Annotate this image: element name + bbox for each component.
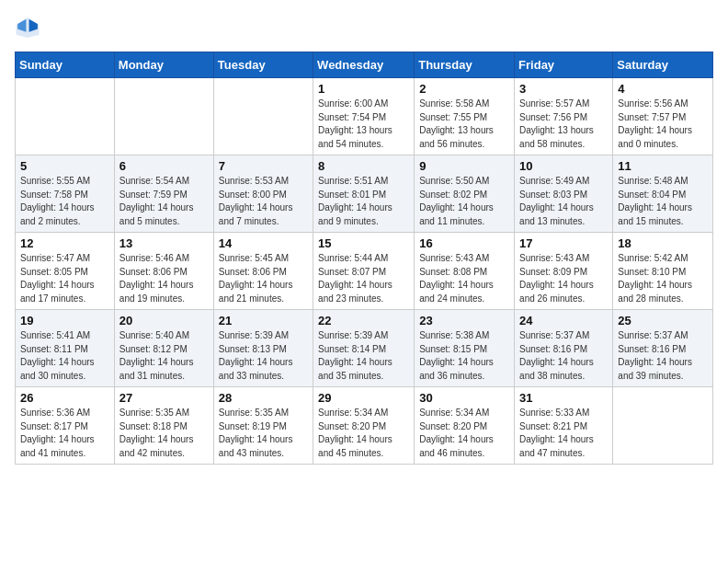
day-info: Sunrise: 5:53 AM Sunset: 8:00 PM Dayligh… [219,175,308,228]
calendar-cell: 6Sunrise: 5:54 AM Sunset: 7:59 PM Daylig… [114,155,213,233]
day-header-thursday: Thursday [415,52,515,78]
calendar-cell: 27Sunrise: 5:35 AM Sunset: 8:18 PM Dayli… [114,387,213,465]
calendar-header-row: SundayMondayTuesdayWednesdayThursdayFrid… [16,52,713,78]
day-info: Sunrise: 5:39 AM Sunset: 8:13 PM Dayligh… [219,329,308,383]
day-number: 13 [119,236,209,250]
day-number: 28 [219,391,308,405]
calendar-cell: 25Sunrise: 5:37 AM Sunset: 8:16 PM Dayli… [613,310,713,387]
calendar-week-2: 5Sunrise: 5:55 AM Sunset: 7:58 PM Daylig… [16,155,713,233]
calendar-cell: 3Sunrise: 5:57 AM Sunset: 7:56 PM Daylig… [515,78,613,155]
calendar-week-1: 1Sunrise: 6:00 AM Sunset: 7:54 PM Daylig… [16,78,713,155]
day-info: Sunrise: 5:34 AM Sunset: 8:20 PM Dayligh… [419,407,509,460]
calendar-cell [16,78,115,155]
day-number: 16 [419,236,509,250]
day-number: 14 [219,236,308,250]
day-info: Sunrise: 5:47 AM Sunset: 8:05 PM Dayligh… [20,252,109,305]
day-number: 23 [419,314,509,327]
calendar-cell: 2Sunrise: 5:58 AM Sunset: 7:55 PM Daylig… [415,78,515,155]
day-info: Sunrise: 5:40 AM Sunset: 8:12 PM Dayligh… [119,329,209,383]
page-header [15,15,713,40]
calendar-cell: 17Sunrise: 5:43 AM Sunset: 8:09 PM Dayli… [515,233,613,310]
day-number: 15 [318,236,409,250]
calendar-cell: 15Sunrise: 5:44 AM Sunset: 8:07 PM Dayli… [313,233,415,310]
calendar-table: SundayMondayTuesdayWednesdayThursdayFrid… [15,52,713,465]
calendar-cell: 16Sunrise: 5:43 AM Sunset: 8:08 PM Dayli… [415,233,515,310]
day-number: 10 [519,159,608,173]
day-number: 18 [618,236,708,250]
day-header-monday: Monday [114,52,213,78]
day-number: 19 [20,314,109,327]
day-number: 12 [20,236,109,250]
day-number: 20 [119,314,209,327]
day-info: Sunrise: 5:33 AM Sunset: 8:21 PM Dayligh… [519,407,608,460]
day-info: Sunrise: 5:37 AM Sunset: 8:16 PM Dayligh… [519,329,608,383]
calendar-cell: 21Sunrise: 5:39 AM Sunset: 8:13 PM Dayli… [213,310,313,387]
day-number: 26 [20,391,109,405]
day-number: 1 [318,82,409,96]
calendar-cell: 11Sunrise: 5:48 AM Sunset: 8:04 PM Dayli… [613,155,713,233]
day-number: 9 [419,159,509,173]
day-info: Sunrise: 5:44 AM Sunset: 8:07 PM Dayligh… [318,252,409,305]
day-number: 25 [618,314,708,327]
day-number: 8 [318,159,409,173]
calendar-cell [213,78,313,155]
day-number: 30 [419,391,509,405]
calendar-cell: 18Sunrise: 5:42 AM Sunset: 8:10 PM Dayli… [613,233,713,310]
calendar-cell: 22Sunrise: 5:39 AM Sunset: 8:14 PM Dayli… [313,310,415,387]
calendar-cell: 26Sunrise: 5:36 AM Sunset: 8:17 PM Dayli… [16,387,115,465]
logo [15,15,44,40]
day-info: Sunrise: 5:45 AM Sunset: 8:06 PM Dayligh… [219,252,308,305]
calendar-cell: 12Sunrise: 5:47 AM Sunset: 8:05 PM Dayli… [16,233,115,310]
day-header-friday: Friday [515,52,613,78]
day-info: Sunrise: 5:39 AM Sunset: 8:14 PM Dayligh… [318,329,409,383]
day-info: Sunrise: 5:37 AM Sunset: 8:16 PM Dayligh… [618,329,708,383]
day-info: Sunrise: 5:36 AM Sunset: 8:17 PM Dayligh… [20,407,109,460]
calendar-week-5: 26Sunrise: 5:36 AM Sunset: 8:17 PM Dayli… [16,387,713,465]
calendar-cell: 4Sunrise: 5:56 AM Sunset: 7:57 PM Daylig… [613,78,713,155]
day-number: 5 [20,159,109,173]
day-header-sunday: Sunday [16,52,115,78]
calendar-cell: 24Sunrise: 5:37 AM Sunset: 8:16 PM Dayli… [515,310,613,387]
day-info: Sunrise: 5:42 AM Sunset: 8:10 PM Dayligh… [618,252,708,305]
day-info: Sunrise: 5:41 AM Sunset: 8:11 PM Dayligh… [20,329,109,383]
day-info: Sunrise: 5:51 AM Sunset: 8:01 PM Dayligh… [318,175,409,228]
day-info: Sunrise: 5:49 AM Sunset: 8:03 PM Dayligh… [519,175,608,228]
day-info: Sunrise: 5:48 AM Sunset: 8:04 PM Dayligh… [618,175,708,228]
calendar-cell: 28Sunrise: 5:35 AM Sunset: 8:19 PM Dayli… [213,387,313,465]
calendar-cell [114,78,213,155]
calendar-cell: 23Sunrise: 5:38 AM Sunset: 8:15 PM Dayli… [415,310,515,387]
calendar-cell: 30Sunrise: 5:34 AM Sunset: 8:20 PM Dayli… [415,387,515,465]
calendar-cell: 7Sunrise: 5:53 AM Sunset: 8:00 PM Daylig… [213,155,313,233]
calendar-cell: 20Sunrise: 5:40 AM Sunset: 8:12 PM Dayli… [114,310,213,387]
day-info: Sunrise: 5:50 AM Sunset: 8:02 PM Dayligh… [419,175,509,228]
day-info: Sunrise: 5:43 AM Sunset: 8:09 PM Dayligh… [519,252,608,305]
day-info: Sunrise: 5:56 AM Sunset: 7:57 PM Dayligh… [618,98,708,151]
day-number: 3 [519,82,608,96]
calendar-cell: 9Sunrise: 5:50 AM Sunset: 8:02 PM Daylig… [415,155,515,233]
day-number: 21 [219,314,308,327]
day-info: Sunrise: 5:46 AM Sunset: 8:06 PM Dayligh… [119,252,209,305]
calendar-cell: 31Sunrise: 5:33 AM Sunset: 8:21 PM Dayli… [515,387,613,465]
day-number: 11 [618,159,708,173]
day-info: Sunrise: 5:35 AM Sunset: 8:19 PM Dayligh… [219,407,308,460]
day-number: 7 [219,159,308,173]
calendar-week-3: 12Sunrise: 5:47 AM Sunset: 8:05 PM Dayli… [16,233,713,310]
day-number: 2 [419,82,509,96]
calendar-cell: 10Sunrise: 5:49 AM Sunset: 8:03 PM Dayli… [515,155,613,233]
day-info: Sunrise: 5:55 AM Sunset: 7:58 PM Dayligh… [20,175,109,228]
day-header-saturday: Saturday [613,52,713,78]
calendar-cell: 29Sunrise: 5:34 AM Sunset: 8:20 PM Dayli… [313,387,415,465]
calendar-cell [613,387,713,465]
day-number: 29 [318,391,409,405]
day-info: Sunrise: 5:38 AM Sunset: 8:15 PM Dayligh… [419,329,509,383]
day-header-wednesday: Wednesday [313,52,415,78]
day-number: 4 [618,82,708,96]
day-info: Sunrise: 5:57 AM Sunset: 7:56 PM Dayligh… [519,98,608,151]
day-info: Sunrise: 5:43 AM Sunset: 8:08 PM Dayligh… [419,252,509,305]
calendar-cell: 5Sunrise: 5:55 AM Sunset: 7:58 PM Daylig… [16,155,115,233]
calendar-week-4: 19Sunrise: 5:41 AM Sunset: 8:11 PM Dayli… [16,310,713,387]
day-info: Sunrise: 5:34 AM Sunset: 8:20 PM Dayligh… [318,407,409,460]
day-number: 22 [318,314,409,327]
calendar-cell: 1Sunrise: 6:00 AM Sunset: 7:54 PM Daylig… [313,78,415,155]
day-info: Sunrise: 6:00 AM Sunset: 7:54 PM Dayligh… [318,98,409,151]
